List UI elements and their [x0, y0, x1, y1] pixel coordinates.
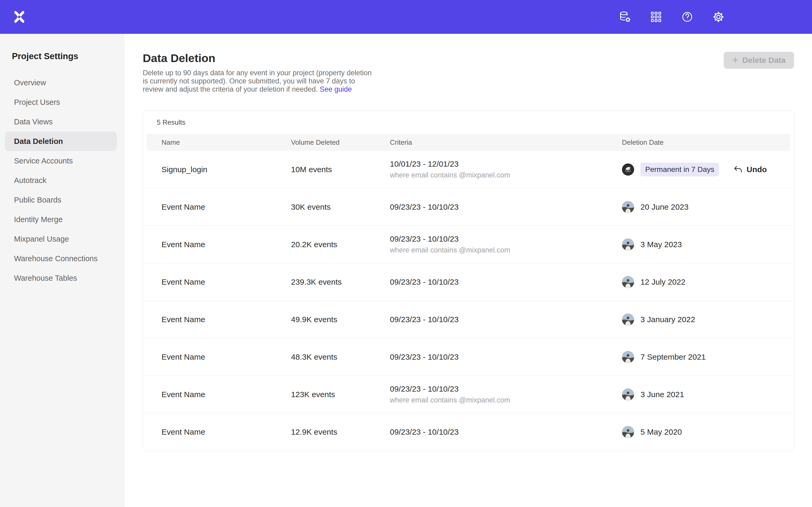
- undo-icon: [733, 165, 743, 174]
- sidebar-item-public-boards[interactable]: Public Boards: [5, 190, 117, 210]
- user-avatar: [622, 388, 634, 401]
- deletion-requests-card: 5 Results Name Volume Deleted Criteria D…: [143, 110, 794, 451]
- row-name: Event Name: [161, 390, 291, 399]
- row-name: Event Name: [161, 203, 291, 212]
- table-row[interactable]: Event Name 239.3K events 09/23/23 - 10/1…: [144, 263, 793, 301]
- settings-button[interactable]: [709, 7, 728, 26]
- help-button[interactable]: [678, 7, 697, 26]
- sidebar-item-label: Project Users: [14, 98, 60, 107]
- column-header-volume-deleted: Volume Deleted: [291, 138, 390, 147]
- sidebar-item-label: Service Accounts: [14, 157, 73, 165]
- row-volume: 239.3K events: [291, 278, 390, 286]
- table-row[interactable]: Signup_login 10M events 10/01/23 - 12/01…: [144, 151, 793, 188]
- person-photo-avatar: [622, 276, 634, 288]
- sidebar-item-overview[interactable]: Overview: [5, 73, 117, 93]
- row-name: Event Name: [161, 315, 291, 324]
- column-header-name: Name: [161, 138, 291, 147]
- row-name: Event Name: [161, 352, 291, 361]
- see-guide-link[interactable]: See guide: [319, 85, 352, 93]
- person-photo-avatar: [622, 201, 634, 213]
- row-volume: 10M events: [291, 165, 390, 174]
- deletion-date-text: 3 May 2023: [641, 240, 682, 249]
- row-volume: 48.3K events: [291, 352, 390, 361]
- sidebar-item-data-views[interactable]: Data Views: [5, 112, 117, 131]
- sidebar-title: Project Settings: [12, 51, 124, 61]
- table-row[interactable]: Event Name 30K events 09/23/23 - 10/10/2…: [144, 188, 793, 226]
- sidebar-item-service-accounts[interactable]: Service Accounts: [5, 151, 117, 171]
- top-navigation-bar: [0, 0, 812, 34]
- column-header-deletion-date: Deletion Date: [622, 138, 790, 147]
- delete-data-button[interactable]: + Delete Data: [724, 52, 794, 69]
- deletion-date-text: 12 July 2022: [641, 278, 686, 286]
- sidebar-item-mixpanel-usage[interactable]: Mixpanel Usage: [5, 229, 117, 249]
- row-name: Event Name: [161, 240, 291, 249]
- row-volume: 49.9K events: [291, 315, 390, 324]
- table-row[interactable]: Event Name 20.2K events 09/23/23 - 10/10…: [144, 226, 793, 263]
- main-content: Data Deletion Delete up to 90 days data …: [124, 34, 812, 507]
- sidebar-item-label: Mixpanel Usage: [14, 235, 69, 243]
- sidebar-item-label: Warehouse Tables: [14, 274, 77, 283]
- page-title: Data Deletion: [143, 52, 376, 65]
- person-photo-avatar: [622, 351, 634, 363]
- undo-button[interactable]: Undo: [733, 165, 767, 174]
- sidebar-item-label: Data Views: [14, 117, 53, 126]
- topbar-icons: [615, 7, 728, 26]
- undo-label: Undo: [747, 165, 767, 174]
- user-avatar: [622, 238, 634, 250]
- sidebar-item-project-users[interactable]: Project Users: [5, 93, 117, 112]
- project-settings-sidebar: Project Settings Overview Project Users …: [0, 34, 124, 507]
- row-name: Signup_login: [161, 165, 291, 174]
- results-count: 5 Results: [143, 111, 794, 134]
- user-avatar: [622, 314, 634, 326]
- row-criteria: 09/23/23 - 10/10/23: [390, 234, 622, 243]
- deletion-date-text: 3 January 2022: [641, 315, 695, 324]
- row-criteria-subtext: where email contains @mixpanel.com: [390, 171, 622, 179]
- person-photo-avatar: [622, 388, 634, 401]
- table-header: Name Volume Deleted Criteria Deletion Da…: [147, 134, 790, 151]
- row-criteria: 09/23/23 - 10/10/23: [390, 352, 622, 361]
- delete-data-button-label: Delete Data: [743, 56, 785, 65]
- row-criteria: 10/01/23 - 12/01/23: [390, 160, 622, 168]
- apps-grid-button[interactable]: [647, 7, 666, 26]
- table-body: Signup_login 10M events 10/01/23 - 12/01…: [143, 151, 794, 451]
- permanent-in-days-badge: Permanent in 7 Days: [641, 163, 719, 176]
- row-criteria: 09/23/23 - 10/10/23: [390, 278, 622, 286]
- table-row[interactable]: Event Name 12.9K events 09/23/23 - 10/10…: [144, 413, 793, 451]
- sidebar-item-label: Overview: [14, 78, 46, 87]
- deletion-date-text: 5 May 2020: [641, 428, 682, 437]
- person-photo-avatar: [622, 238, 634, 250]
- sidebar-item-autotrack[interactable]: Autotrack: [5, 171, 117, 190]
- row-criteria-subtext: where email contains @mixpanel.com: [390, 396, 622, 404]
- user-avatar: [622, 351, 634, 363]
- page-description: Delete up to 90 days data for any event …: [143, 69, 376, 94]
- row-volume: 123K events: [291, 390, 390, 399]
- user-avatar: [622, 201, 634, 213]
- sidebar-item-warehouse-tables[interactable]: Warehouse Tables: [5, 268, 117, 288]
- row-criteria: 09/23/23 - 10/10/23: [390, 428, 622, 437]
- table-row[interactable]: Event Name 48.3K events 09/23/23 - 10/10…: [144, 338, 793, 376]
- row-criteria-subtext: where email contains @mixpanel.com: [390, 246, 622, 254]
- apps-grid-icon: [650, 11, 662, 23]
- help-icon: [681, 11, 694, 23]
- person-photo-avatar: [622, 314, 634, 326]
- table-row[interactable]: Event Name 49.9K events 09/23/23 - 10/10…: [144, 301, 793, 338]
- sidebar-item-warehouse-connections[interactable]: Warehouse Connections: [5, 249, 117, 268]
- user-avatar: [622, 163, 634, 176]
- sidebar-item-data-deletion[interactable]: Data Deletion: [5, 131, 117, 151]
- sidebar-item-label: Identity Merge: [14, 215, 63, 224]
- sidebar-item-identity-merge[interactable]: Identity Merge: [5, 210, 117, 229]
- sidebar-nav: Overview Project Users Data Views Data D…: [0, 73, 124, 288]
- settings-icon: [712, 11, 725, 23]
- person-photo-avatar: [622, 426, 634, 438]
- user-avatar: [622, 426, 634, 438]
- row-name: Event Name: [161, 428, 291, 437]
- row-volume: 20.2K events: [291, 240, 390, 249]
- data-management-button[interactable]: [615, 7, 635, 26]
- sidebar-item-label: Warehouse Connections: [14, 254, 98, 263]
- deletion-date-text: 7 September 2021: [641, 352, 706, 361]
- mixpanel-logo-icon[interactable]: [13, 11, 26, 23]
- sidebar-item-label: Public Boards: [14, 196, 61, 205]
- table-row[interactable]: Event Name 123K events 09/23/23 - 10/10/…: [144, 376, 793, 413]
- row-criteria: 09/23/23 - 10/10/23: [390, 203, 622, 212]
- illustration-avatar: [622, 163, 634, 176]
